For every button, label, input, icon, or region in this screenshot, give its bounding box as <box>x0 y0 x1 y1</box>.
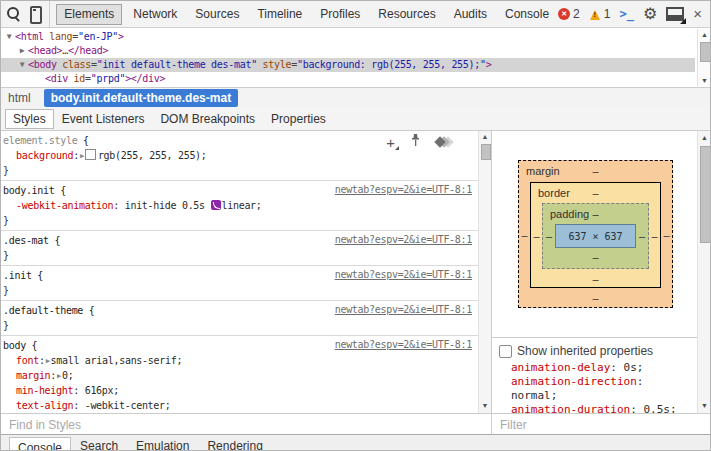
tab-console[interactable]: Console <box>496 2 558 27</box>
dom-tree-row[interactable]: <div id="prpd"></div> <box>1 72 695 86</box>
property-value[interactable]: small arial,sans-serif; <box>51 355 183 366</box>
tab-sources[interactable]: Sources <box>186 2 248 27</box>
rule-selector[interactable]: body <box>3 340 26 351</box>
dom-tree-row[interactable]: ▶<head>…</head> <box>1 44 695 58</box>
scrollbar-thumb[interactable] <box>700 42 711 62</box>
computed-property[interactable]: animation-duration: 0.5s; <box>511 403 686 413</box>
styles-scrollbar[interactable]: ▲ ▼ <box>478 131 491 413</box>
border-bottom-value[interactable]: – <box>592 273 598 285</box>
console-prompt-icon[interactable]: >_ <box>619 7 633 21</box>
margin-left-value[interactable]: – <box>519 229 530 241</box>
border-top-value[interactable]: – <box>592 187 598 199</box>
property-value[interactable]: 616px; <box>85 385 119 396</box>
settings-gear-icon[interactable]: ⚙ <box>643 6 657 22</box>
property-value[interactable]: init-hide 0.5s <box>125 200 211 211</box>
tab-styles[interactable]: Styles <box>5 109 54 129</box>
property-name[interactable]: background <box>16 150 73 161</box>
stylesheet-link[interactable]: newtab?espv=2&ie=UTF-8:1 <box>335 269 472 280</box>
scrollbar-up-button[interactable]: ▲ <box>698 31 711 38</box>
border-left-value[interactable]: – <box>531 230 542 242</box>
property-name[interactable]: font <box>16 355 39 366</box>
property-name[interactable]: min-height <box>16 385 73 396</box>
rule-selector[interactable]: body.init <box>3 185 55 196</box>
tab-elements[interactable]: Elements <box>56 4 122 25</box>
tab-timeline[interactable]: Timeline <box>248 2 311 27</box>
property-value[interactable]: rgb(255, 255, 255); <box>98 150 207 161</box>
property-name[interactable]: text-align <box>16 400 73 411</box>
box-model-margin[interactable]: margin – – border – – <box>518 160 673 308</box>
rule-selector[interactable]: .default-theme <box>3 305 83 316</box>
property-value[interactable]: linear; <box>222 200 262 211</box>
error-badge[interactable]: 2 <box>558 7 580 21</box>
metrics-scrollbar[interactable]: ▲ ▼ <box>697 131 711 413</box>
drawer-tab-rendering[interactable]: Rendering <box>198 435 271 451</box>
css-property[interactable]: text-align: -webkit-center; <box>3 398 474 413</box>
css-property[interactable]: background:▶rgb(255, 255, 255); <box>3 148 474 163</box>
stylesheet-link[interactable]: newtab?espv=2&ie=UTF-8:1 <box>335 234 472 245</box>
drawer-tab-emulation[interactable]: Emulation <box>127 435 198 451</box>
warning-badge[interactable]: ! 1 <box>589 7 611 21</box>
box-model-padding[interactable]: padding – – 637 × 637 – – <box>542 203 649 269</box>
box-model-border[interactable]: border – – padding – – <box>530 182 661 288</box>
padding-top-value[interactable]: – <box>592 208 598 220</box>
scrollbar-thumb[interactable] <box>700 146 711 243</box>
css-property[interactable]: font:▶small arial,sans-serif; <box>3 353 474 368</box>
dom-tree-scrollbar[interactable]: ▲ ▼ <box>697 29 711 86</box>
property-name[interactable]: -webkit-animation <box>16 200 113 211</box>
rule-selector[interactable]: element.style <box>3 135 77 146</box>
scrollbar-up-button[interactable]: ▲ <box>698 134 711 141</box>
stylesheet-link[interactable]: newtab?espv=2&ie=UTF-8:1 <box>335 304 472 315</box>
tab-dom-breakpoints[interactable]: DOM Breakpoints <box>152 110 263 128</box>
margin-bottom-value[interactable]: – <box>592 292 598 304</box>
filter-input[interactable] <box>498 415 700 435</box>
stylesheet-link[interactable]: newtab?espv=2&ie=UTF-8:1 <box>335 184 472 195</box>
computed-property[interactable]: animation-delay: 0s; <box>511 361 686 375</box>
expand-arrow-closed-icon[interactable]: ▶ <box>17 44 27 58</box>
computed-property[interactable]: animation-direction: normal; <box>511 375 686 403</box>
tab-profiles[interactable]: Profiles <box>311 2 369 27</box>
toggle-element-state-icon[interactable] <box>410 134 421 150</box>
property-value[interactable]: 0; <box>62 370 73 381</box>
rule-selector[interactable]: .init <box>3 270 32 281</box>
device-mode-icon[interactable] <box>26 5 42 23</box>
breadcrumb-item[interactable]: html <box>1 89 38 107</box>
property-value[interactable]: -webkit-center; <box>85 400 171 411</box>
drawer-tab-console[interactable]: Console <box>9 437 71 451</box>
dock-side-icon[interactable] <box>666 7 684 21</box>
stylesheet-link[interactable]: newtab?espv=2&ie=UTF-8:1 <box>335 339 472 350</box>
new-style-rule-icon[interactable]: + <box>386 136 395 149</box>
bezier-curve-icon[interactable] <box>211 200 221 210</box>
close-icon[interactable]: × <box>693 7 702 21</box>
breadcrumb-item[interactable]: body.init.default-theme.des-mat <box>44 89 238 107</box>
expand-arrow-open-icon[interactable]: ▼ <box>4 30 14 44</box>
scrollbar-down-button[interactable]: ▼ <box>479 402 491 409</box>
color-swatch[interactable] <box>85 149 96 160</box>
border-right-value[interactable]: – <box>649 230 660 242</box>
tab-properties[interactable]: Properties <box>263 110 334 128</box>
tab-network[interactable]: Network <box>124 2 186 27</box>
css-property[interactable]: min-height: 616px; <box>3 383 474 398</box>
dom-tree-row[interactable]: ▼<html lang="en-JP"> <box>1 30 695 44</box>
drawer-tab-search[interactable]: Search <box>71 435 127 451</box>
margin-right-value[interactable]: – <box>661 229 672 241</box>
scrollbar-down-button[interactable]: ▼ <box>698 402 711 409</box>
scrollbar-down-button[interactable]: ▼ <box>698 77 711 84</box>
expand-arrow-open-icon[interactable]: ▼ <box>17 58 27 72</box>
dom-tree-row[interactable]: ▼<body class="init default-theme des-mat… <box>1 58 695 72</box>
inspect-element-icon[interactable] <box>4 5 20 23</box>
animations-icon[interactable] <box>436 138 452 146</box>
find-in-styles-input[interactable] <box>7 415 452 435</box>
css-property[interactable]: margin:▶0; <box>3 368 474 383</box>
scrollbar-up-button[interactable]: ▲ <box>479 133 491 140</box>
box-model-content[interactable]: 637 × 637 <box>555 224 636 248</box>
scrollbar-thumb[interactable] <box>481 144 491 160</box>
tab-resources[interactable]: Resources <box>369 2 444 27</box>
tab-audits[interactable]: Audits <box>445 2 496 27</box>
css-property[interactable]: -webkit-animation: init-hide 0.5s linear… <box>3 198 474 213</box>
padding-right-value[interactable]: – <box>636 230 648 242</box>
rule-selector[interactable]: .des-mat <box>3 235 49 246</box>
property-name[interactable]: margin <box>16 370 50 381</box>
padding-left-value[interactable]: – <box>543 230 555 242</box>
margin-top-value[interactable]: – <box>592 165 598 177</box>
padding-bottom-value[interactable]: – <box>592 251 598 263</box>
